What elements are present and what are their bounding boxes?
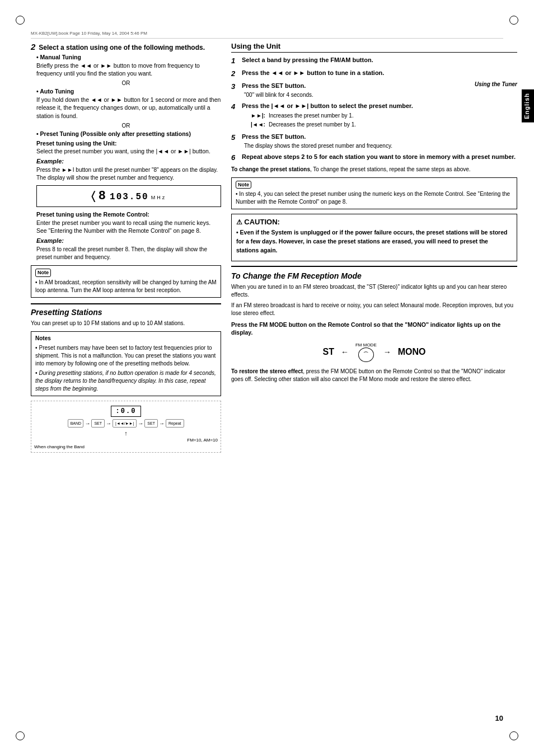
caution-text: • Even if the System is unplugged or if … bbox=[236, 228, 512, 255]
note-icon-1: Note bbox=[35, 269, 51, 277]
display-number: 8 bbox=[99, 189, 107, 203]
section-divider bbox=[31, 303, 221, 304]
or2: OR bbox=[31, 123, 221, 129]
step4-extra-1: ►►|: Increases the preset number by 1. bbox=[251, 112, 517, 120]
st-label: ST bbox=[322, 347, 334, 357]
notes-icon-2: Notes bbox=[35, 335, 51, 341]
presetting-stations-title: Presetting Stations bbox=[31, 308, 221, 317]
two-column-layout: 2 Select a station using one of the foll… bbox=[31, 42, 517, 457]
auto-tuning-title: • Auto Tuning bbox=[36, 87, 221, 96]
step2-title-r: Press the ◄◄ or ►► button to tune in a s… bbox=[242, 69, 384, 76]
step3-detail: "00" will blink for 4 seconds. bbox=[244, 92, 313, 98]
step4-num: 4 bbox=[231, 102, 239, 130]
page-header: MX-KB2[UW].book Page 10 Friday, May 14, … bbox=[31, 31, 503, 39]
example2-block: Example: Press 8 to recall the preset nu… bbox=[36, 237, 221, 261]
preset-repeat-btn: Repeat bbox=[166, 419, 184, 428]
step5-num: 5 bbox=[231, 133, 239, 149]
right-step-6: 6 Repeat above steps 2 to 5 for each sta… bbox=[231, 153, 517, 163]
example1-label: Example: bbox=[36, 158, 221, 165]
display-frequency: 103.50 bbox=[110, 192, 149, 202]
step2-number: 2 bbox=[31, 42, 35, 51]
preset-skip-btn1: |◄◄/►►| bbox=[113, 419, 137, 428]
right-step-3: 3 Press the SET button. "00" will blink … bbox=[231, 82, 517, 98]
preset-tuning-unit-text: Select the preset number you want, using… bbox=[36, 147, 221, 156]
step5-title: Press the SET button. bbox=[242, 133, 306, 140]
corner-mark-tr bbox=[509, 16, 518, 25]
right-step-1: 1 Select a band by pressing the FM/AM bu… bbox=[231, 56, 517, 66]
notes-box-2: Notes •Preset numbers may have been set … bbox=[31, 331, 221, 396]
step1-num: 1 bbox=[231, 56, 239, 66]
mono-label: MONO bbox=[398, 347, 426, 357]
preset-tuning-btn1: SET bbox=[91, 419, 105, 428]
fm-mode-intro1: When you are tuned in to an FM stereo br… bbox=[231, 283, 517, 299]
language-tab: English bbox=[522, 90, 534, 123]
notes2-bullet-2: •During presetting stations, if no butto… bbox=[35, 369, 217, 393]
step1-title: Select a band by pressing the FM/AM butt… bbox=[242, 57, 373, 63]
arrow1: → bbox=[85, 420, 90, 426]
preset-remote-block: Preset tuning using the Remote Control: … bbox=[36, 210, 221, 235]
fm-mode-title: To Change the FM Reception Mode bbox=[231, 266, 517, 280]
restore-stereo-text: To restore the stereo effect, press the … bbox=[231, 368, 517, 383]
fm-mode-instruction: Press the FM MODE button on the Remote C… bbox=[231, 321, 517, 337]
change-preset-text: To change the preset stations, To change… bbox=[231, 166, 517, 173]
preset-tuning-block: • Preset Tuning (Possible only after pre… bbox=[36, 130, 221, 156]
tuner-icon: 〈 bbox=[91, 190, 95, 203]
preset-set-btn2: SET bbox=[144, 419, 158, 428]
preset-buttons-row: BAND → SET → |◄◄/►►| → SET → Repeat bbox=[34, 419, 218, 428]
step6-num: 6 bbox=[231, 153, 239, 163]
example1-text: Press the ►►I button until the preset nu… bbox=[36, 166, 221, 182]
preset-display: :0.0 bbox=[111, 406, 142, 417]
using-unit-title: Using the Unit bbox=[231, 42, 517, 53]
arrow4: → bbox=[159, 420, 165, 426]
step2-block: 2 Select a station using one of the foll… bbox=[31, 42, 221, 261]
step3-num: 3 bbox=[231, 82, 239, 98]
header-text: MX-KB2[UW].book Page 10 Friday, May 14, … bbox=[31, 31, 147, 36]
notes2-bullet-1: •Preset numbers may have been set to fac… bbox=[35, 344, 217, 368]
corner-mark-tl bbox=[16, 16, 25, 25]
frequency-display: 〈 8 103.50 MHz bbox=[36, 185, 221, 207]
step4-extras: ►►|: Increases the preset number by 1. |… bbox=[242, 112, 517, 129]
right-step-2: 2 Press the ◄◄ or ►► button to tune in a… bbox=[231, 69, 517, 79]
right-arrow-icon: → bbox=[383, 348, 391, 356]
right-column: Using the Unit 1 Select a band by pressi… bbox=[231, 42, 517, 457]
fm-mode-button-group: FM MODE ⌒ bbox=[355, 342, 377, 362]
presetting-stations-section: Presetting Stations You can preset up to… bbox=[31, 308, 221, 453]
preset-tuning-title: • Preset Tuning (Possible only after pre… bbox=[36, 130, 221, 138]
caution-box: CAUTION: • Even if the System is unplugg… bbox=[231, 214, 517, 261]
page-number: 10 bbox=[495, 714, 503, 722]
step2-title: Select a station using one of the follow… bbox=[39, 44, 205, 51]
preset-remote-title: Preset tuning using the Remote Control: bbox=[36, 210, 221, 219]
step2-num-r: 2 bbox=[231, 69, 239, 79]
using-unit-section: Using the Unit 1 Select a band by pressi… bbox=[231, 42, 517, 383]
presetting-intro: You can preset up to 10 FM stations and … bbox=[31, 320, 221, 328]
manual-tuning-text: Briefly press the ◄◄ or ►► button to mov… bbox=[36, 62, 221, 78]
note1-text: • In AM broadcast, reception sensitivity… bbox=[35, 279, 217, 294]
extra1-symbol: ►►|: bbox=[251, 112, 265, 120]
preset-band-btn: BAND bbox=[68, 419, 83, 428]
preset-stations-diagram: :0.0 BAND → SET → |◄◄/►►| → SET → Repeat bbox=[31, 401, 221, 453]
display-mhz: MHz bbox=[151, 195, 167, 200]
manual-tuning-title: • Manual Tuning bbox=[36, 53, 221, 62]
right-step-5: 5 Press the SET button. The display show… bbox=[231, 133, 517, 149]
note-right-text: • In step 4, you can select the preset n… bbox=[236, 190, 513, 206]
content-area: 2 Select a station using one of the foll… bbox=[31, 42, 517, 711]
example2-label: Example: bbox=[36, 237, 221, 244]
caution-title: CAUTION: bbox=[236, 218, 512, 226]
left-column: 2 Select a station using one of the foll… bbox=[31, 42, 221, 457]
auto-tuning-block: • Auto Tuning If you hold down the ◄◄ or… bbox=[36, 87, 221, 120]
preset-diagram-caption: When changing the Band bbox=[34, 444, 218, 449]
fm-mode-button-icon: ⌒ bbox=[358, 348, 374, 362]
auto-tuning-text: If you hold down the ◄◄ or ►► button for… bbox=[36, 96, 221, 120]
note-box-right: Note • In step 4, you can select the pre… bbox=[231, 177, 517, 210]
step4-extra-2: |◄◄: Decreases the preset number by 1. bbox=[251, 121, 517, 129]
arrow3: → bbox=[138, 420, 143, 426]
step3-title: Press the SET button. bbox=[242, 82, 306, 89]
step5-detail: The display shows the stored preset numb… bbox=[244, 143, 392, 149]
step4-title: Press the |◄◄ or ►►| button to select th… bbox=[242, 102, 413, 109]
left-arrow-icon: ← bbox=[341, 348, 349, 356]
arrow2: → bbox=[106, 420, 111, 426]
corner-mark-br bbox=[509, 731, 518, 740]
note-box-1: Note • In AM broadcast, reception sensit… bbox=[31, 265, 221, 298]
extra2-symbol: |◄◄: bbox=[251, 121, 265, 129]
fm-mode-button-label: FM MODE bbox=[355, 342, 377, 348]
